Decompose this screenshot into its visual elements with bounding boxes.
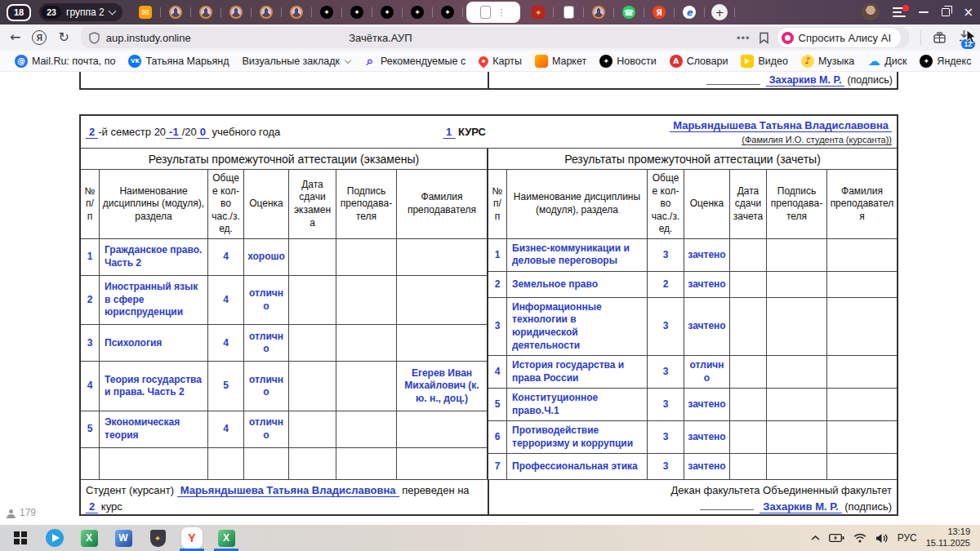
ask-alice-button[interactable]: Спросить Алису AI [777, 28, 901, 47]
mail-tab[interactable]: ✉ [131, 0, 161, 24]
avatar-tab[interactable] [191, 0, 221, 24]
semester-header-row: 2-й семестр 20-1/200 учебного года 1 КУР… [81, 116, 897, 149]
bookmark-item[interactable]: ⌕Рекомендуемые с [357, 52, 472, 70]
bookmark-label: Словари [687, 56, 728, 67]
excel-taskbar-button[interactable]: X [72, 525, 106, 551]
word-taskbar-button[interactable]: W [106, 525, 140, 551]
bookmarks-bar: @Mail.Ru: почта, поVKТатьяна МарьяндВизу… [0, 51, 980, 72]
wifi-icon[interactable] [853, 533, 866, 543]
bookmark-item[interactable]: ✦Новости [593, 52, 662, 70]
telegram-taskbar-button[interactable] [38, 525, 72, 551]
cell-signature [767, 239, 827, 271]
bookmark-item[interactable]: ✦Яндекс [913, 52, 978, 70]
bookmark-item[interactable]: ☁Диск [861, 52, 913, 70]
bookmark-item[interactable]: @Mail.Ru: почта, по [8, 52, 122, 70]
table-row: 3Психология4отлично [81, 325, 487, 362]
excel-taskbar-button[interactable]: X [209, 525, 243, 551]
previous-table-bottom-row: Захаркив М. Р. (подпись) [79, 72, 898, 90]
bookmark-icon[interactable] [759, 32, 769, 44]
credits-title: Результаты промежуточной аттестации (зач… [488, 149, 897, 170]
bookmark-item[interactable]: ▶Видео [734, 52, 795, 70]
credits-header-row: № п/пНаименование дисциплины (модуля), р… [488, 170, 897, 239]
collections-icon[interactable] [933, 31, 947, 44]
crest-taskbar-button[interactable]: ✦ [140, 525, 175, 551]
table-row: 1Бизнес-коммуникации и деловые переговор… [488, 239, 897, 272]
table-row-empty [81, 448, 487, 480]
yandex-tab[interactable]: Я [644, 0, 675, 24]
bookmark-item[interactable]: Маркет [528, 52, 593, 70]
bookmark-item[interactable]: Карты [472, 52, 528, 70]
avatar-tab[interactable] [584, 0, 614, 24]
header-cell: № п/п [488, 170, 507, 238]
search-icon: ⌕ [363, 55, 376, 68]
table-row: 4Теория государства и права. Часть 25отл… [81, 362, 487, 411]
word-icon: W [115, 530, 132, 547]
start-taskbar-button[interactable] [3, 525, 38, 551]
volume-icon[interactable] [875, 533, 889, 544]
cell-signature [336, 411, 397, 447]
bookmark-label: Карты [492, 56, 522, 67]
bookmark-label: Визуальные закладк [243, 56, 340, 67]
whatsapp-tab[interactable]: ☎ [614, 0, 644, 24]
sign-note: (подпись) [847, 74, 893, 86]
divider [920, 30, 921, 45]
omnibox[interactable]: aup.instudy.online Зачётка.АУП ••• Спрос… [81, 27, 909, 48]
cell-hours: 2 [648, 272, 684, 297]
sparkle-tab[interactable]: ✦ [403, 0, 433, 24]
tab-group[interactable]: 23 группа 2 [39, 3, 122, 21]
sparkle-tab[interactable]: ✦ [372, 0, 403, 24]
tray-expand-icon[interactable] [811, 535, 820, 541]
sparkle-tab[interactable]: ✦ [342, 0, 372, 24]
table-halves: Результаты промежуточной аттестации (экз… [81, 149, 897, 480]
document-tab[interactable] [554, 0, 584, 24]
tab-strip: ✉✦✦✦✦✦⋮✦☎Яe+ [131, 0, 735, 24]
swirl-tab[interactable]: e [675, 0, 705, 24]
sparkle-tab[interactable]: ✦ [312, 0, 342, 24]
yandex-browser-taskbar-button[interactable]: Y [175, 525, 209, 551]
avatar-tab[interactable] [161, 0, 191, 24]
exams-title: Результаты промежуточной аттестации (экз… [81, 149, 487, 170]
cell-exam-date [730, 298, 767, 355]
minimize-button[interactable] [919, 11, 929, 13]
table-row: 6Противодействие терроризму и коррупции3… [488, 421, 897, 454]
back-icon[interactable]: ← [10, 31, 20, 44]
tabs-count-badge[interactable]: 18 [7, 4, 31, 21]
bookmark-item[interactable]: АСловари [663, 52, 735, 70]
bookmark-item[interactable]: VKТатьяна Марьянд [122, 52, 235, 70]
emblem-tab[interactable]: ✦ [523, 0, 554, 24]
cell-teacher [397, 276, 487, 325]
avatar-icon [592, 6, 605, 19]
avatar-tab[interactable] [252, 0, 282, 24]
menu-icon[interactable] [893, 7, 906, 17]
reload-icon[interactable]: ↻ [58, 31, 69, 44]
plus-icon: ✦ [599, 55, 612, 68]
cell-hours: 5 [208, 362, 244, 411]
sparkle-icon: ✦ [441, 6, 454, 19]
bookmark-item[interactable]: ♪Музыка [795, 52, 861, 70]
bookmark-item[interactable]: Визуальные закладк [236, 52, 357, 70]
header-cell: Оценка [684, 170, 730, 238]
keyboard-language[interactable]: РУС [898, 532, 917, 544]
telegram-icon [46, 529, 64, 547]
avatar-tab[interactable] [221, 0, 252, 24]
user-avatar[interactable] [862, 3, 880, 21]
dictionary-icon: А [670, 55, 683, 68]
yandex-home-icon[interactable]: Я [32, 30, 47, 45]
sparkle-tab[interactable]: ✦ [433, 0, 463, 24]
restore-button[interactable] [942, 8, 950, 16]
taskbar-clock[interactable]: 13:19 15.11.2025 [926, 527, 970, 549]
more-icon[interactable]: ••• [737, 32, 751, 44]
taskbar-apps: XW✦YX [3, 525, 243, 551]
tab-menu-icon[interactable]: ⋮ [497, 8, 506, 17]
cell-grade: отлично [244, 362, 289, 411]
document-tab[interactable]: ⋮ [466, 2, 520, 23]
close-button[interactable]: × [963, 7, 973, 19]
avatar-icon [290, 6, 303, 19]
new-tab-tab[interactable]: + [705, 0, 735, 24]
cell-teacher [827, 356, 897, 388]
bookmark-label: Музыка [818, 56, 854, 67]
cell-grade: зачтено [684, 298, 730, 355]
battery-icon[interactable] [829, 533, 844, 543]
avatar-tab[interactable] [282, 0, 312, 24]
student-transfer-cell: Студент (курсант) Марьяндышева Татьяна В… [81, 480, 489, 514]
